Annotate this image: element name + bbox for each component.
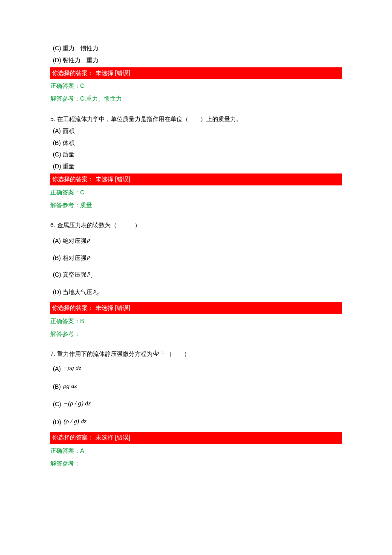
- q6-option-b: (B) 相对压强p: [50, 250, 342, 267]
- q5-option-a: (A) 面积: [50, 125, 342, 137]
- q7-option-a: (A) −ρg dz: [50, 360, 342, 378]
- q7-option-d: (D) (ρ / g) dz: [50, 413, 342, 431]
- q7-option-b: (B) ρg dz: [50, 378, 342, 396]
- q7-option-a-label: (A): [53, 365, 63, 372]
- q5-explain: 解答参考：质量: [50, 199, 342, 215]
- q5-error-bar: 你选择的答案： 未选择 [错误]: [50, 173, 342, 185]
- q6-option-d: (D) 当地大气压pa: [50, 284, 342, 301]
- q6-option-a-label: (A) 绝对压强: [53, 237, 86, 244]
- q6-option-c: (C) 真空压强pv: [50, 266, 342, 284]
- q7-option-d-math: (ρ / g) dz: [63, 418, 86, 425]
- q7-correct-answer: 正确答案：A: [50, 445, 342, 457]
- q6-option-a: (A) 绝对压强p': [50, 231, 342, 249]
- q7-prompt-pre: 7. 重力作用下的流体静压强微分方程为: [50, 350, 153, 357]
- q7-option-c-label: (C): [53, 401, 63, 408]
- q6-option-d-symbol: pa: [92, 288, 98, 294]
- q6-option-c-symbol: pv: [86, 270, 92, 277]
- q4-option-c: (C) 重力、惯性力: [50, 43, 342, 55]
- q7-option-b-label: (B): [53, 383, 63, 390]
- q7-prompt: 7. 重力作用下的流体静压强微分方程为dp = （ ）: [50, 347, 342, 360]
- q7-error-bar: 你选择的答案： 未选择 [错误]: [50, 432, 342, 444]
- q7-option-c-math: −(ρ / g) dz: [63, 400, 91, 407]
- q7-option-c: (C) −(ρ / g) dz: [50, 396, 342, 413]
- q4-explain: 解答参考：C.重力、惯性力: [50, 92, 342, 108]
- q5-option-c: (C) 质量: [50, 149, 342, 161]
- q6-option-b-symbol: p: [86, 254, 90, 260]
- q4-correct-answer: 正确答案：C: [50, 80, 342, 92]
- q6-option-b-label: (B) 相对压强: [53, 254, 86, 261]
- q7-option-a-math: −ρg dz: [63, 364, 81, 371]
- q5-option-d: (D) 重量: [50, 161, 342, 173]
- q7-explain: 解答参考：: [50, 457, 342, 473]
- q6-correct-answer: 正确答案：B: [50, 315, 342, 328]
- q5-correct-answer: 正确答案：C: [50, 186, 342, 199]
- q4-option-d: (D) 黏性力、重力: [50, 55, 342, 66]
- q7-prompt-post: （ ）: [165, 350, 190, 357]
- q7-prompt-math: dp =: [153, 350, 165, 356]
- q7-option-d-label: (D): [53, 419, 63, 425]
- q4-error-bar: 你选择的答案： 未选择 [错误]: [50, 67, 342, 79]
- q6-option-d-label: (D) 当地大气压: [53, 289, 92, 295]
- q6-prompt: 6. 金属压力表的读数为（ ）: [50, 219, 342, 231]
- q6-option-c-label: (C) 真空压强: [53, 271, 86, 278]
- q6-error-bar: 你选择的答案： 未选择 [错误]: [50, 302, 342, 314]
- q6-explain: 解答参考：: [50, 328, 342, 344]
- q7-option-b-math: ρg dz: [63, 382, 77, 389]
- q6-option-a-symbol: p': [86, 237, 91, 243]
- q5-option-b: (B) 体积: [50, 137, 342, 149]
- q5-prompt: 5. 在工程流体力学中，单位质量力是指作用在单位（ ）上的质量力。: [50, 113, 342, 125]
